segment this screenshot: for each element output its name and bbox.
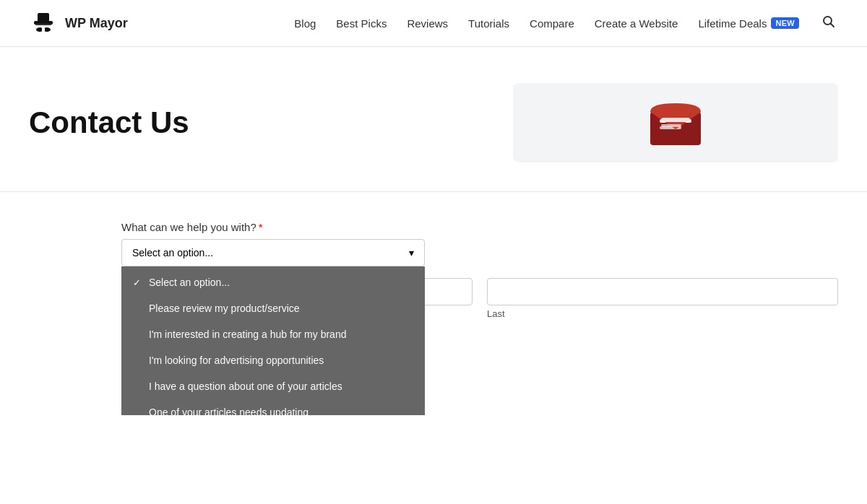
help-label: What can we help you with?* — [121, 221, 838, 233]
dropdown-option-question[interactable]: I have a question about one of your arti… — [121, 373, 425, 399]
dropdown-option-select[interactable]: ✓ Select an option... — [121, 269, 425, 295]
page-title: Contact Us — [29, 105, 189, 141]
help-dropdown-wrapper: Select an option... ▾ ✓ Select an option… — [121, 239, 425, 266]
nav-item-lifetime-deals[interactable]: Lifetime Deals NEW — [698, 17, 799, 30]
hero-image-box — [513, 83, 838, 162]
nav-item-best-picks[interactable]: Best Picks — [336, 17, 387, 30]
chevron-down-icon: ▾ — [409, 247, 414, 258]
svg-rect-2 — [35, 24, 51, 25]
lifetime-deals-label: Lifetime Deals — [698, 17, 767, 30]
nav-item-tutorials[interactable]: Tutorials — [468, 17, 509, 30]
dropdown-option-hub[interactable]: I'm interested in creating a hub for my … — [121, 321, 425, 347]
dropdown-option-update[interactable]: One of your articles needs updating — [121, 399, 425, 415]
search-icon — [822, 15, 835, 28]
svg-rect-0 — [38, 13, 49, 22]
nav-item-reviews[interactable]: Reviews — [407, 17, 448, 30]
site-header: WP Mayor Blog Best Picks Reviews Tutoria… — [0, 0, 867, 47]
logo-link[interactable]: WP Mayor — [29, 9, 128, 38]
logo-icon — [29, 9, 58, 38]
main-nav: Blog Best Picks Reviews Tutorials Compar… — [294, 12, 838, 35]
last-name-field: Last — [487, 278, 838, 319]
svg-line-7 — [831, 23, 834, 27]
new-badge: NEW — [771, 17, 799, 29]
search-button[interactable] — [819, 12, 838, 35]
help-dropdown-trigger[interactable]: Select an option... ▾ — [121, 239, 425, 266]
last-name-input[interactable] — [487, 278, 838, 305]
svg-rect-11 — [661, 118, 690, 122]
hero-section: Contact Us — [0, 47, 867, 192]
nav-item-create-website[interactable]: Create a Website — [595, 17, 678, 30]
dropdown-option-review[interactable]: Please review my product/service — [121, 295, 425, 321]
nav-item-compare[interactable]: Compare — [530, 17, 574, 30]
svg-rect-5 — [42, 28, 45, 31]
help-dropdown-menu: ✓ Select an option... Please review my p… — [121, 266, 425, 415]
contact-form-section: What can we help you with?* Select an op… — [0, 192, 867, 415]
dropdown-selected-text: Select an option... — [132, 247, 213, 258]
required-star: * — [259, 221, 263, 233]
logo-text: WP Mayor — [65, 16, 128, 31]
nav-item-blog[interactable]: Blog — [294, 17, 316, 30]
envelope-icon — [647, 97, 704, 148]
last-name-label: Last — [487, 308, 838, 319]
svg-rect-12 — [661, 124, 681, 127]
help-field-group: What can we help you with?* Select an op… — [121, 221, 838, 319]
checkmark-icon: ✓ — [133, 277, 143, 288]
dropdown-option-advertising[interactable]: I'm looking for advertising opportunitie… — [121, 347, 425, 373]
